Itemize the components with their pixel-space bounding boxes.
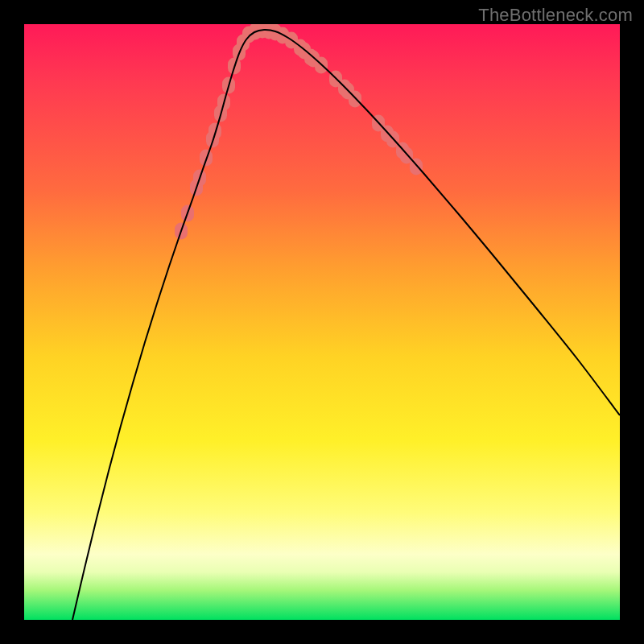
curve-marker: [208, 123, 221, 140]
chart-svg: [24, 24, 620, 620]
plot-area: [24, 24, 620, 620]
chart-frame: TheBottleneck.com: [0, 0, 644, 644]
watermark-text: TheBottleneck.com: [478, 5, 633, 26]
bottleneck-curve: [72, 30, 620, 620]
marker-layer: [175, 24, 423, 239]
